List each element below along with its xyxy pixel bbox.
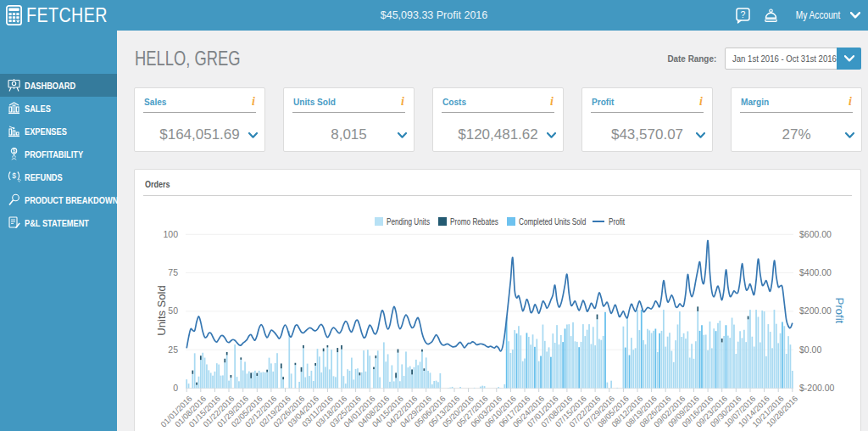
svg-text:$: $ xyxy=(13,148,16,154)
svg-text:?: ? xyxy=(741,9,746,20)
svg-text:$: $ xyxy=(12,171,16,180)
